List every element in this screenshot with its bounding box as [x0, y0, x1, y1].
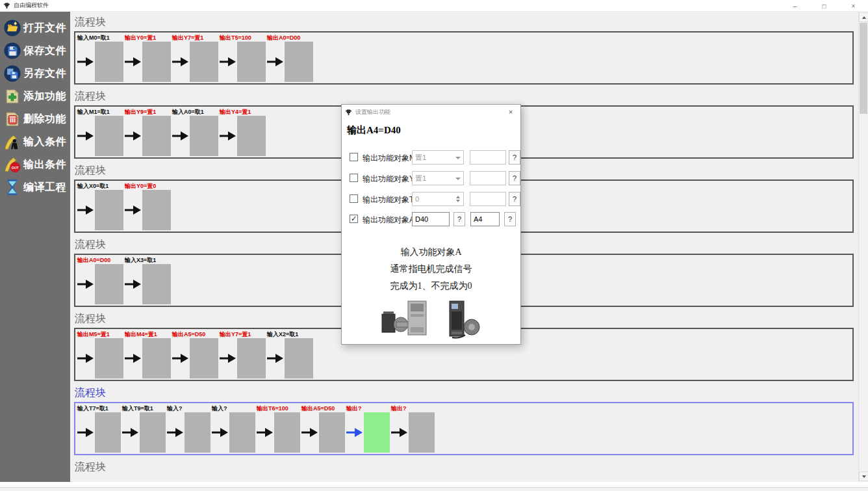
flow-block-panel[interactable]: 输入M0=取1输出Y0=置1输出Y7=置1输出T5=100输出A0=D00: [74, 31, 854, 85]
flow-arrow-icon: [125, 204, 142, 216]
flow-step-box[interactable]: [142, 190, 171, 230]
flow-step-label: 输出Y0=置1: [125, 34, 156, 42]
flow-step-box[interactable]: [409, 412, 435, 453]
flow-step-box[interactable]: [237, 42, 266, 82]
flow-step-box[interactable]: [285, 42, 313, 82]
flow-block-panel[interactable]: 输入T7=取1输入T9=取1输入?输入?输出T6=100输出A5=D50输出?输…: [74, 402, 854, 455]
row-spinner[interactable]: 0: [412, 192, 464, 206]
flow-step-box[interactable]: [95, 338, 123, 378]
row-help-button[interactable]: ?: [504, 212, 516, 226]
row-combobox[interactable]: 置1: [412, 150, 464, 165]
flow-step: 输出?: [390, 404, 435, 453]
row-combobox[interactable]: 置1: [412, 171, 464, 185]
flow-step-box[interactable]: [95, 264, 123, 304]
row-help-button[interactable]: ?: [509, 150, 520, 165]
row-help-button[interactable]: ?: [453, 212, 465, 226]
flow-step: 输入X3=取1: [124, 256, 171, 304]
flow-step-box[interactable]: [237, 338, 266, 378]
row-value-field[interactable]: [470, 192, 506, 206]
flow-step-box[interactable]: [140, 412, 166, 453]
compile-project-icon: [3, 178, 21, 196]
flow-step-box[interactable]: [364, 412, 390, 453]
flow-step: 输出?: [346, 404, 390, 453]
input-condition-icon: [3, 133, 21, 151]
spinner-down-icon[interactable]: [456, 200, 460, 202]
row-help-button[interactable]: ?: [509, 192, 520, 206]
minimize-button[interactable]: –: [780, 0, 810, 12]
row-help-button[interactable]: ?: [509, 171, 520, 185]
maximize-button[interactable]: □: [810, 0, 839, 12]
save-file-icon: [3, 42, 21, 60]
flow-step-box[interactable]: [285, 338, 313, 378]
row-value-field[interactable]: [470, 150, 506, 165]
flow-arrow-icon: [301, 427, 318, 438]
scroll-down-button[interactable]: [859, 471, 868, 481]
row-data-field[interactable]: D40: [412, 212, 450, 226]
flow-step-box[interactable]: [95, 116, 123, 156]
spinner-up-icon[interactable]: [456, 196, 460, 198]
sidebar-item-label: 编译工程: [23, 181, 66, 194]
vertical-scrollbar[interactable]: [858, 12, 868, 482]
close-button[interactable]: ×: [839, 0, 868, 12]
flow-step-box[interactable]: [274, 412, 300, 453]
flow-step-label: 输出A5=D50: [301, 405, 335, 413]
combobox-value: 置1: [415, 153, 426, 161]
dialog-note-line: 通常指电机完成信号: [342, 261, 520, 278]
sidebar-item-save-file[interactable]: 保存文件: [3, 41, 70, 60]
flow-step: 输出T5=100: [219, 33, 266, 82]
flow-block-heading: 流程块: [75, 16, 854, 28]
flow-step-box[interactable]: [190, 338, 218, 378]
sidebar-item-add-function[interactable]: 添加功能: [3, 86, 70, 106]
dialog-title: 设置输出功能: [355, 108, 390, 116]
sidebar-item-input-condition[interactable]: 输入条件: [3, 132, 70, 152]
flow-step-label: 输入T7=取1: [77, 405, 108, 413]
flow-arrow-icon: [125, 130, 142, 142]
sidebar-item-label: 删除功能: [23, 113, 66, 126]
flow-step-box[interactable]: [142, 116, 171, 156]
flow-step-box[interactable]: [185, 412, 211, 453]
flow-step-box[interactable]: [142, 264, 171, 304]
flow-step-box[interactable]: [190, 116, 218, 156]
svg-text:OUT: OUT: [12, 166, 19, 170]
servo-motor-image-2: [446, 300, 482, 340]
scroll-thumb[interactable]: [860, 23, 867, 114]
flow-step-box[interactable]: [237, 116, 266, 156]
dialog-titlebar[interactable]: 设置输出功能 ×: [342, 105, 520, 119]
flow-step: 输出A0=D00: [77, 256, 123, 304]
flow-step-box[interactable]: [142, 338, 171, 378]
flow-arrow-icon: [125, 278, 142, 290]
sidebar-item-save-as[interactable]: 另存文件: [3, 64, 70, 83]
combobox-value: 置1: [415, 174, 426, 182]
scroll-up-button[interactable]: [859, 12, 868, 22]
flow-step-label: 输入?: [167, 405, 183, 413]
flow-step-box[interactable]: [142, 42, 171, 82]
sidebar-item-output-condition[interactable]: OUT输出条件: [3, 155, 70, 174]
flow-step-box[interactable]: [95, 412, 121, 453]
output-target-row: ✓输出功能对象AD40?A4?: [342, 212, 520, 228]
chevron-down-icon: [455, 178, 461, 180]
flow-step-box[interactable]: [319, 412, 345, 453]
flow-step-box[interactable]: [95, 190, 123, 230]
row-checkbox[interactable]: ✓: [350, 215, 358, 223]
flow-step-label: 输出A5=D50: [172, 330, 205, 339]
row-checkbox[interactable]: [350, 194, 358, 203]
flow-step-label: 输出M5=置1: [77, 330, 110, 339]
flow-arrow-icon: [172, 56, 189, 68]
flow-step-label: 输出Y7=置1: [172, 34, 203, 42]
sidebar-item-delete-function[interactable]: 删除功能: [3, 109, 70, 129]
flow-step-box[interactable]: [190, 42, 218, 82]
flow-step-label: 输出?: [346, 405, 362, 413]
row-value-field[interactable]: [470, 171, 506, 185]
flow-block-heading: 流程块: [75, 90, 854, 102]
row-axis-field[interactable]: A4: [470, 212, 500, 226]
row-checkbox[interactable]: [350, 153, 358, 161]
flow-step-box[interactable]: [95, 42, 123, 82]
flow-arrow-icon: [212, 427, 229, 438]
sidebar-item-open-file[interactable]: 打开文件: [3, 18, 70, 38]
set-output-function-dialog: 设置输出功能 × 输出A4=D40 输出功能对象M置1?输出功能对象Y置1?输出…: [341, 104, 521, 345]
sidebar-item-compile-project[interactable]: 编译工程: [3, 178, 70, 197]
row-label: 输出功能对象Y: [363, 174, 415, 185]
row-checkbox[interactable]: [350, 174, 358, 182]
flow-step-box[interactable]: [229, 412, 255, 453]
dialog-close-button[interactable]: ×: [501, 105, 520, 119]
